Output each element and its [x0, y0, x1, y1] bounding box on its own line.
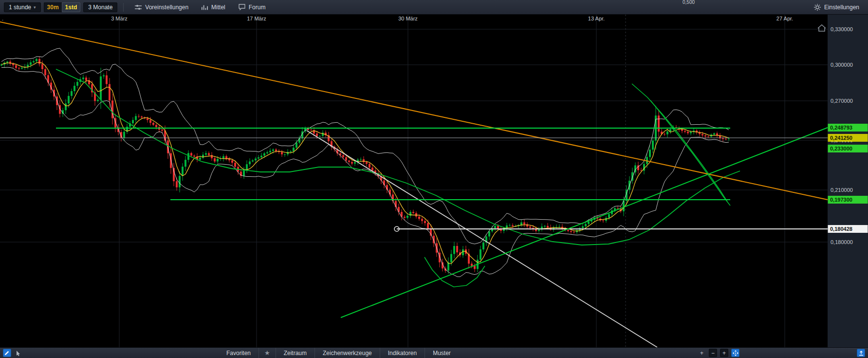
mittel-label: Mittel [211, 4, 225, 11]
interval-1std-button[interactable]: 1std [62, 2, 81, 12]
pencil-icon [4, 350, 10, 356]
gear-icon [813, 3, 821, 11]
zoom-in-button[interactable]: + [720, 349, 728, 357]
voreinstellungen-label: Voreinstellungen [145, 4, 188, 11]
bottom-toolbar: Favoriten ★ Zeitraum Zeichenwerkzeuge In… [0, 347, 868, 358]
arrow-up-icon [858, 350, 864, 356]
svg-text:0,241250: 0,241250 [830, 135, 852, 141]
zeitraum-button[interactable]: Zeitraum [276, 348, 314, 358]
forum-button[interactable]: Forum [233, 0, 271, 14]
trading-chart-app: 1 stunde ▾ 30m 1std 3 Monate Voreinstell… [0, 0, 868, 358]
toolbar-divider [123, 3, 124, 12]
einstellungen-label: Einstellungen [824, 4, 859, 11]
price-axis: 0,3300000,3000000,2700000,2400000,210000… [828, 15, 868, 347]
chart-area: .3 März17 März30 März13 Apr.27 Apr.0,330… [0, 15, 868, 347]
svg-text:0,330000: 0,330000 [831, 26, 853, 32]
einstellungen-button[interactable]: Einstellungen [809, 0, 864, 14]
candlestick-chart[interactable]: .3 März17 März30 März13 Apr.27 Apr.0,330… [0, 15, 868, 347]
zoom-out-button[interactable]: − [709, 349, 717, 357]
sliders-icon [134, 3, 142, 11]
price-alert-label[interactable]: 0,248793 [828, 124, 868, 132]
cursor-icon [16, 350, 21, 356]
svg-text:0,248793: 0,248793 [830, 125, 852, 131]
partial-price-text: 0,500 [683, 0, 695, 5]
expand-button[interactable] [857, 349, 865, 357]
interval-30m-button[interactable]: 30m [44, 2, 62, 12]
svg-text:.: . [2, 16, 3, 21]
draw-pencil-button[interactable] [3, 349, 11, 357]
svg-text:13 Apr.: 13 Apr. [588, 16, 605, 21]
svg-text:0,300000: 0,300000 [831, 62, 853, 68]
muster-button[interactable]: Muster [425, 348, 459, 358]
interval-dropdown-label: 1 stunde [9, 4, 31, 11]
cursor-button[interactable] [14, 349, 22, 357]
favoriten-button[interactable]: Favoriten [219, 348, 259, 358]
svg-text:0,270000: 0,270000 [831, 98, 853, 104]
svg-text:30 März: 30 März [398, 16, 418, 21]
voreinstellungen-button[interactable]: Voreinstellungen [129, 0, 193, 14]
current-price-label[interactable]: 0,241250 [828, 134, 868, 142]
price-alert-label[interactable]: 0,197300 [828, 196, 868, 204]
bottom-toolbar-tabs: Favoriten ★ Zeitraum Zeichenwerkzeuge In… [219, 348, 459, 358]
svg-text:27 Apr.: 27 Apr. [776, 16, 793, 21]
pan-mode-button[interactable] [731, 349, 739, 357]
svg-text:3 März: 3 März [111, 16, 128, 21]
chevron-down-icon: ▾ [34, 5, 36, 10]
price-alert-label[interactable]: 0,180428 [828, 225, 868, 233]
svg-text:17 März: 17 März [247, 16, 266, 21]
top-toolbar: 1 stunde ▾ 30m 1std 3 Monate Voreinstell… [0, 0, 868, 15]
bar-chart-icon [201, 3, 208, 11]
svg-text:0,180428: 0,180428 [830, 226, 852, 232]
price-alert-label[interactable]: 0,233000 [828, 145, 868, 152]
move-arrows-icon [733, 350, 739, 356]
svg-text:0,233000: 0,233000 [830, 146, 852, 151]
crosshair-plus-button[interactable]: + [698, 349, 706, 357]
svg-text:0,180000: 0,180000 [831, 239, 853, 245]
zeichenwerkzeuge-button[interactable]: Zeichenwerkzeuge [314, 348, 380, 358]
star-icon[interactable]: ★ [259, 348, 276, 358]
indikatoren-button[interactable]: Indikatoren [380, 348, 425, 358]
range-3monate-button[interactable]: 3 Monate [83, 2, 117, 12]
speech-bubble-icon [238, 3, 246, 11]
svg-text:0,197300: 0,197300 [830, 197, 852, 203]
mittel-button[interactable]: Mittel [196, 0, 230, 14]
svg-text:0,210000: 0,210000 [831, 187, 853, 193]
forum-label: Forum [249, 4, 266, 11]
interval-dropdown[interactable]: 1 stunde ▾ [4, 2, 41, 12]
